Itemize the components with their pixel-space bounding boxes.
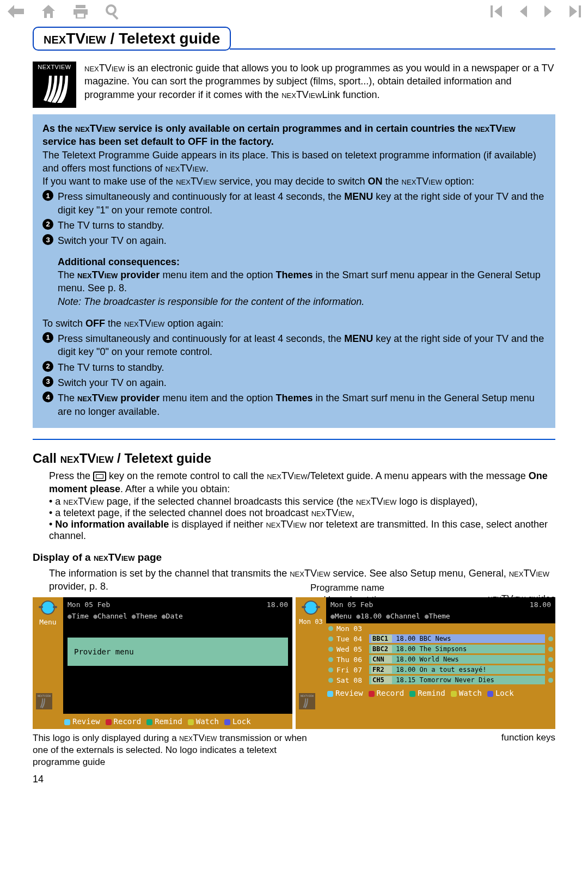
svg-rect-2 <box>491 5 493 17</box>
mini-nextview-logo: NEXTVIEW <box>36 693 52 709</box>
nav-prev-icon[interactable] <box>518 4 528 21</box>
page-content: nexTView / Teletext guide NEXTVIEW nexTV… <box>0 23 588 801</box>
off-step-3: 3Switch your TV on again. <box>42 376 546 389</box>
provider-menu: Provider menu <box>68 638 288 666</box>
info-box: As the nexTView service is only availabl… <box>33 114 555 428</box>
s2-function-keys: ReviewRecordRemindWatchLock <box>296 685 555 701</box>
nav-next-icon[interactable] <box>543 4 553 21</box>
on-step-3: 3Switch your TV on again. <box>42 234 546 247</box>
screenshot-left: Menu Mon 05 Feb18.00 TimeChannelThemeDat… <box>33 597 292 729</box>
display-body: The information is set by the channel th… <box>49 567 555 593</box>
nav-last-icon[interactable] <box>568 4 581 21</box>
s1-columns: TimeChannelThemeDate <box>68 612 288 620</box>
on-step-2: 2The TV turns to standby. <box>42 219 546 232</box>
annot-fkeys: function keys <box>501 732 555 768</box>
bluebox-rest: The Teletext Programme Guide appears in … <box>42 149 546 175</box>
display-heading: Display of a nexTView page <box>33 552 555 564</box>
call-bullet-1: • a nexTView page, if the selected chann… <box>49 496 555 507</box>
call-heading: Call nexTView / Teletext guide <box>33 451 555 466</box>
search-icon[interactable] <box>105 3 121 22</box>
svg-point-0 <box>107 5 115 14</box>
s2-date: Mon 05 Feb <box>330 601 373 609</box>
call-body: Press the key on the remote control to c… <box>49 469 555 496</box>
s2-columns: Menu18.00ChannelTheme <box>330 612 551 620</box>
screenshot-right: Mon 03 Mon 05 Feb18.00 Menu18.00ChannelT… <box>296 597 555 729</box>
on-step-1: 1Press simultaneously and continuously f… <box>42 190 546 217</box>
s1-function-keys: ReviewRecordRemindWatchLock <box>33 714 292 729</box>
nav-first-icon[interactable] <box>490 4 503 21</box>
menu-label: Menu <box>39 618 56 626</box>
off-step-1: 1Press simultaneously and continuously f… <box>42 332 546 359</box>
s2-side-day: Mon 03 <box>299 618 322 626</box>
annot-logo: This logo is only displayed during a nex… <box>33 732 316 768</box>
page-title: nexTView / Teletext guide <box>33 27 231 51</box>
s1-date: Mon 05 Feb <box>68 601 110 609</box>
page-number: 14 <box>33 774 555 785</box>
puck-icon-2 <box>304 601 318 615</box>
call-bullet-2: • a teletext page, if the selected chann… <box>49 507 555 519</box>
print-icon[interactable] <box>72 3 89 22</box>
svg-rect-3 <box>579 5 581 17</box>
off-step-4: 4The nexTView provider menu item and the… <box>42 391 546 418</box>
reader-toolbar <box>0 0 588 23</box>
puck-icon <box>41 601 55 615</box>
intro-text: nexTView is an electronic guide that all… <box>84 62 555 108</box>
additional-heading: Additional consequences: <box>58 256 180 267</box>
s2-time: 18.00 <box>530 601 551 609</box>
mini-nextview-logo-2: NEXTVIEW <box>299 693 315 709</box>
s1-time: 18.00 <box>267 601 288 609</box>
guide-key-icon <box>93 471 106 481</box>
s2-programme-list: Mon 03Tue 04BBC1 18.00 BBC NewsWed 05BBC… <box>326 623 555 685</box>
home-icon[interactable] <box>40 3 57 22</box>
svg-rect-1 <box>112 14 118 20</box>
additional-body: The nexTView provider menu item and the … <box>58 268 546 295</box>
additional-note: Note: The broadcaster is responsible for… <box>58 295 546 308</box>
back-icon[interactable] <box>7 3 25 22</box>
off-step-2: 2The TV turns to standby. <box>42 361 546 374</box>
call-bullet-3: • No information available is displayed … <box>49 519 555 542</box>
nextview-logo: NEXTVIEW <box>33 62 76 108</box>
